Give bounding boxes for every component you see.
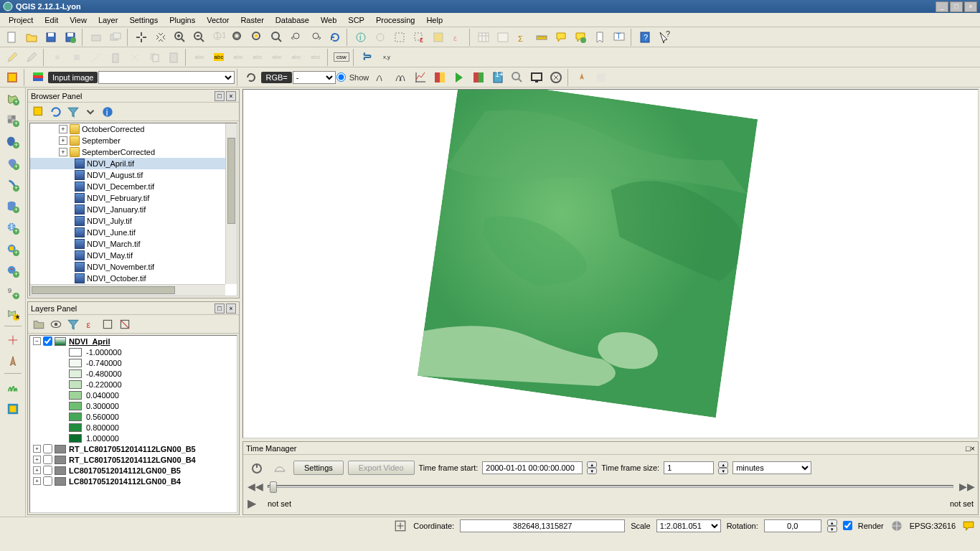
time-start-down-button[interactable]: ▼ [587,468,597,474]
select-by-expression-button[interactable]: ε [448,29,467,46]
scp-stretch2-button[interactable] [392,69,410,86]
browser-file-item[interactable]: NDVI_November.tif [30,261,237,273]
browser-file-item[interactable]: NDVI_April.tif [30,158,237,169]
layer-expand-icon[interactable]: + [33,456,41,463]
scp-rgb-select[interactable]: - [293,71,336,84]
python-console-button[interactable] [358,49,377,66]
grass-tools-button[interactable] [2,377,24,397]
show-bookmarks-button[interactable] [590,29,609,46]
map-tips-button[interactable] [552,29,570,46]
status-toggle-button[interactable] [393,519,407,532]
identify-button[interactable]: i [352,29,370,46]
menu-layer[interactable]: Layer [93,14,124,26]
browser-refresh-button[interactable] [48,104,64,120]
copy-button[interactable] [145,49,164,66]
time-settings-button[interactable]: Settings [293,461,344,475]
browser-properties-button[interactable]: i [100,104,116,120]
deselect-all-button[interactable] [429,29,448,46]
toggle-editing-button[interactable] [3,49,22,66]
browser-collapse-button[interactable] [83,104,98,120]
layer-visibility-checkbox[interactable] [43,476,52,486]
scp-dock-button[interactable] [2,399,24,419]
menu-edit[interactable]: Edit [39,14,64,26]
zoom-layer-button[interactable] [268,29,286,46]
layers-expression-button[interactable]: ε [83,316,98,332]
zoom-native-button[interactable]: 1:1 [209,29,228,46]
move-feature-button[interactable] [67,49,86,66]
scp-show-radio[interactable] [336,72,346,82]
status-scale-select[interactable]: 1:2.081.051 [656,519,721,532]
zoom-full-button[interactable] [229,29,248,46]
status-rotation-input[interactable] [764,519,821,532]
scp-roi-button[interactable] [29,69,47,86]
label-pin-button[interactable]: abc [229,49,248,66]
new-shapefile-layer-button[interactable]: ★ [2,304,24,324]
layer-visibility-checkbox[interactable] [43,336,52,346]
label-show-button[interactable]: abc [248,49,267,66]
menu-processing[interactable]: Processing [370,14,420,26]
time-size-up-button[interactable]: ▲ [718,461,728,468]
open-attribute-table-button[interactable] [474,29,493,46]
select-expression-button[interactable]: ε [410,29,428,46]
run-feature-action-button[interactable] [371,29,390,46]
text-annotation-button[interactable]: T [610,29,628,46]
time-export-button[interactable]: Export Video [348,461,415,475]
print-composer-button[interactable] [87,29,105,46]
scp-refresh-button[interactable] [242,69,260,86]
scp-input-select[interactable] [98,71,235,84]
layers-remove-button[interactable] [117,316,133,332]
open-project-button[interactable] [22,29,41,46]
expand-icon[interactable]: + [59,125,67,133]
scp-preprocessing-button[interactable] [430,69,449,86]
time-next-button[interactable]: ▶▶ [959,481,974,492]
coord-crosshair-button[interactable] [2,330,24,350]
browser-file-item[interactable]: NDVI_July.tif [30,215,237,227]
time-slider[interactable] [268,485,953,488]
time-undock-button[interactable]: □ [966,444,971,453]
add-wcs-layer-button[interactable]: + [2,240,24,260]
rotation-up-button[interactable]: ▲ [827,519,837,526]
layers-tree[interactable]: − NDVI_April -1.000000-0.740000-0.480000… [29,335,237,513]
layer-visibility-checkbox[interactable] [43,444,52,453]
measure-button[interactable] [532,29,551,46]
scp-stretch1-button[interactable] [372,69,391,86]
status-crs-button[interactable] [890,519,904,532]
browser-folder-item[interactable]: +September [30,135,237,146]
time-start-up-button[interactable]: ▲ [587,461,597,468]
time-prev-button[interactable]: ◀◀ [248,481,262,492]
scp-download-button[interactable] [547,69,565,86]
browser-scroll-h[interactable] [30,284,225,296]
layers-expand-button[interactable] [100,316,116,332]
layer-item[interactable]: +LC80170512014112LGN00_B4 [30,476,237,486]
refresh-button[interactable] [326,29,344,46]
pan-button[interactable] [132,29,151,46]
composer-manager-button[interactable] [106,29,125,46]
scp-spectral-button[interactable] [508,69,527,86]
browser-file-item[interactable]: NDVI_August.tif [30,169,237,181]
browser-folder-item[interactable]: +SeptemberCorrected [30,146,237,158]
layer-item[interactable]: +LC80170512014112LGN00_B5 [30,465,237,476]
browser-filter-button[interactable] [65,104,81,120]
node-tool-button[interactable] [87,49,105,66]
layers-close-button[interactable]: × [226,303,236,314]
statistics-button[interactable]: Σ [513,29,532,46]
time-size-down-button[interactable]: ▼ [718,468,728,474]
browser-scroll-v[interactable] [225,123,237,284]
label-abc-button[interactable]: abc [190,49,209,66]
layer-collapse-icon[interactable]: − [33,337,41,345]
layer-item-active[interactable]: − NDVI_April [30,336,237,347]
menu-help[interactable]: Help [420,14,448,26]
menu-raster[interactable]: Raster [235,14,269,26]
zoom-out-button[interactable] [190,29,209,46]
time-power-button[interactable] [248,459,266,476]
layers-visibility-button[interactable] [48,316,64,332]
select-features-button[interactable] [390,29,409,46]
time-archive-button[interactable] [270,459,289,476]
add-oracle-layer-button[interactable]: + [2,197,24,217]
layers-add-group-button[interactable] [31,316,47,332]
layer-visibility-checkbox[interactable] [43,455,52,464]
scp-screen-button[interactable] [527,69,546,86]
coord-capture-button[interactable]: x,y [377,49,396,66]
status-coordinate-input[interactable] [460,519,625,532]
add-postgis-layer-button[interactable]: + [2,132,24,152]
